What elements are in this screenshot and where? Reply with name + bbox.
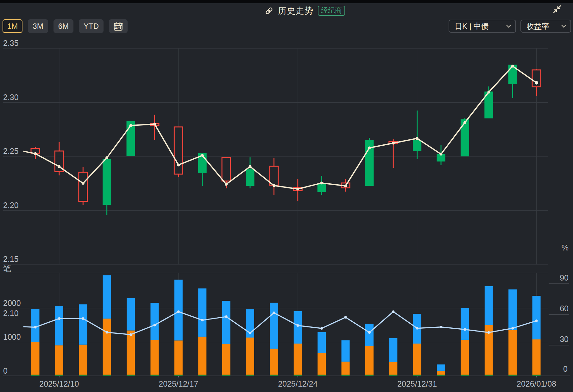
- price-line-layer: [23, 65, 538, 190]
- volume-bar-orange: [341, 362, 349, 375]
- volume-bar-blue: [294, 311, 302, 344]
- volume-bar-blue: [485, 286, 493, 325]
- candle-up: [222, 157, 230, 181]
- volume-bar-blue: [437, 364, 445, 371]
- volume-bar-blue: [461, 308, 469, 340]
- volume-bar-green: [461, 375, 469, 376]
- volume-bar-orange: [461, 340, 469, 375]
- volume-bar-orange: [294, 344, 302, 375]
- volume-bar-orange: [365, 346, 374, 375]
- volume-bar-orange: [79, 345, 87, 375]
- volume-bar-blue: [55, 306, 63, 345]
- volume-bar-green: [365, 375, 374, 376]
- svg-text:2000: 2000: [3, 299, 21, 307]
- volume-bar-orange: [103, 319, 111, 375]
- volume-bar-green: [389, 375, 397, 376]
- svg-text:2.30: 2.30: [3, 93, 19, 102]
- volume-bar-blue: [341, 340, 349, 362]
- volume-bar-blue: [508, 289, 517, 330]
- candle-down: [246, 169, 254, 186]
- volume-bar-blue: [79, 304, 87, 345]
- candle-down: [413, 140, 421, 151]
- axis-labels-layer: 2.352.302.252.202.152.10笔200010000%90603…: [3, 39, 569, 388]
- svg-text:90: 90: [560, 273, 569, 282]
- volume-bar-orange: [508, 330, 517, 375]
- svg-text:2025/12/10: 2025/12/10: [39, 379, 79, 388]
- volume-bar-blue: [103, 275, 111, 319]
- volume-bar-green: [198, 375, 206, 376]
- volume-bar-green: [318, 375, 326, 376]
- volume-bar-blue: [389, 338, 397, 362]
- candlestick-layer: [31, 65, 541, 215]
- svg-text:2.35: 2.35: [3, 39, 19, 47]
- volume-bar-green: [532, 375, 541, 376]
- history-chart[interactable]: 2.352.302.252.202.152.10笔200010000%90603…: [0, 0, 573, 392]
- volume-bars-layer: [31, 275, 540, 376]
- volume-bar-blue: [270, 303, 278, 349]
- percent-line-layer: [23, 310, 538, 336]
- svg-text:%: %: [562, 243, 569, 252]
- volume-bar-green: [150, 375, 159, 376]
- volume-bar-orange: [270, 349, 278, 375]
- volume-bar-orange: [174, 340, 183, 375]
- volume-bar-orange: [389, 362, 397, 375]
- svg-text:2025/12/24: 2025/12/24: [278, 379, 318, 388]
- volume-bar-green: [294, 375, 302, 376]
- volume-bar-green: [79, 375, 87, 376]
- volume-bar-green: [246, 375, 254, 376]
- volume-bar-green: [485, 375, 493, 376]
- volume-bar-green: [413, 375, 421, 376]
- svg-text:2.20: 2.20: [3, 201, 19, 210]
- volume-bar-orange: [222, 344, 230, 375]
- candle-down: [103, 159, 111, 205]
- volume-bar-green: [174, 375, 183, 376]
- svg-text:1000: 1000: [3, 332, 21, 341]
- volume-bar-orange: [127, 331, 135, 375]
- svg-text:笔: 笔: [3, 264, 11, 273]
- volume-bar-orange: [413, 344, 421, 375]
- volume-bar-green: [508, 375, 517, 376]
- volume-bar-blue: [222, 301, 230, 344]
- volume-bar-blue: [150, 303, 159, 340]
- volume-bar-blue: [127, 298, 135, 330]
- svg-text:2025/12/17: 2025/12/17: [159, 379, 198, 388]
- volume-bar-green: [31, 375, 39, 376]
- volume-bar-orange: [150, 340, 159, 375]
- svg-text:2026/01/08: 2026/01/08: [517, 379, 556, 388]
- svg-text:60: 60: [560, 304, 569, 313]
- volume-bar-blue: [365, 324, 374, 346]
- svg-text:30: 30: [560, 335, 569, 344]
- volume-bar-green: [127, 375, 135, 376]
- volume-bar-green: [55, 375, 63, 376]
- volume-bar-green: [341, 375, 349, 376]
- svg-text:2.15: 2.15: [3, 255, 19, 263]
- volume-bar-orange: [31, 342, 39, 375]
- svg-text:0: 0: [3, 366, 8, 375]
- volume-bar-green: [437, 375, 445, 376]
- volume-bar-blue: [198, 288, 206, 337]
- volume-bar-blue: [174, 280, 183, 340]
- svg-text:2.25: 2.25: [3, 147, 19, 155]
- volume-bar-blue: [532, 296, 541, 339]
- volume-bar-orange: [437, 371, 445, 375]
- svg-text:0: 0: [563, 364, 568, 373]
- volume-bar-orange: [246, 338, 254, 375]
- volume-bar-orange: [532, 339, 541, 375]
- history-trend-window: 历史走势 经纪商 1M 3M 6M YTD 1Y 日K |: [0, 0, 573, 392]
- candle-up: [79, 172, 87, 201]
- svg-text:2025/12/31: 2025/12/31: [397, 379, 437, 388]
- volume-bar-orange: [198, 337, 206, 375]
- volume-bar-green: [222, 375, 230, 376]
- volume-bar-green: [103, 375, 111, 376]
- svg-text:2.10: 2.10: [3, 309, 19, 318]
- volume-bar-orange: [55, 345, 63, 375]
- volume-bar-green: [270, 375, 278, 376]
- candle-down: [461, 119, 469, 156]
- volume-bar-blue: [31, 309, 39, 342]
- volume-bar-blue: [318, 332, 326, 353]
- candle-up: [174, 127, 183, 174]
- volume-bar-orange: [318, 353, 326, 375]
